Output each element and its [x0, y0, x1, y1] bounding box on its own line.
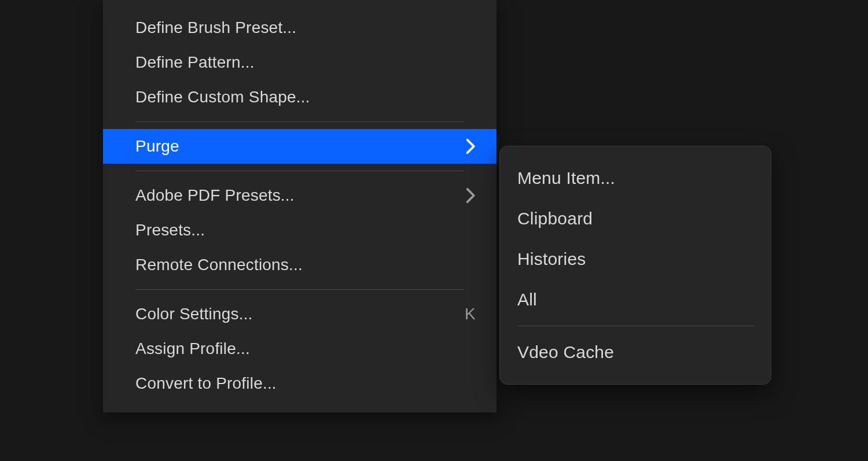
- submenu-item-menu-item[interactable]: Menu Item...: [500, 158, 771, 198]
- menu-item-define-brush-preset[interactable]: Define Brush Preset...: [103, 10, 496, 45]
- chevron-right-icon: [466, 139, 476, 154]
- edit-menu: Define Brush Preset... Define Pattern...…: [103, 0, 496, 412]
- menu-item-label: Presets...: [135, 221, 205, 239]
- submenu-item-label: Histories: [517, 249, 586, 269]
- menu-item-remote-connections[interactable]: Remote Connections...: [103, 248, 496, 282]
- menu-item-label: Remote Connections...: [135, 256, 303, 274]
- menu-item-label: Color Settings...: [135, 305, 253, 323]
- menu-item-presets[interactable]: Presets...: [103, 213, 496, 248]
- menu-item-shortcut: K: [465, 305, 476, 323]
- menu-item-label: Define Brush Preset...: [135, 19, 296, 37]
- menu-separator: [135, 121, 464, 122]
- submenu-item-all[interactable]: All: [500, 279, 771, 320]
- submenu-item-video-cache[interactable]: Vdeo Cache: [500, 332, 771, 373]
- submenu-item-label: Menu Item...: [517, 168, 615, 188]
- menu-separator: [135, 171, 464, 171]
- menu-item-define-pattern[interactable]: Define Pattern...: [103, 45, 496, 80]
- menu-item-adobe-pdf-presets[interactable]: Adobe PDF Presets...: [103, 178, 496, 213]
- menu-item-define-custom-shape[interactable]: Define Custom Shape...: [103, 80, 496, 115]
- menu-item-convert-to-profile[interactable]: Convert to Profile...: [103, 366, 496, 401]
- purge-submenu: Menu Item... Clipboard Histories All Vde…: [499, 146, 771, 385]
- menu-item-label: Adobe PDF Presets...: [135, 186, 295, 205]
- submenu-item-histories[interactable]: Histories: [500, 239, 771, 279]
- menu-item-color-settings[interactable]: Color Settings... K: [103, 297, 496, 331]
- submenu-item-label: All: [517, 290, 537, 309]
- chevron-right-icon: [466, 188, 476, 203]
- menu-item-label: Define Pattern...: [135, 53, 255, 72]
- menu-item-label: Convert to Profile...: [135, 374, 277, 393]
- submenu-item-label: Vdeo Cache: [517, 342, 614, 362]
- submenu-item-label: Clipboard: [517, 209, 593, 228]
- submenu-separator: [517, 326, 753, 326]
- menu-separator: [135, 289, 464, 290]
- submenu-item-clipboard[interactable]: Clipboard: [500, 198, 771, 239]
- menu-item-label: Assign Profile...: [135, 340, 250, 358]
- menu-item-purge[interactable]: Purge: [103, 129, 496, 164]
- menu-item-label: Define Custom Shape...: [135, 88, 310, 106]
- menu-item-label: Purge: [135, 137, 179, 156]
- menu-item-assign-profile[interactable]: Assign Profile...: [103, 331, 496, 366]
